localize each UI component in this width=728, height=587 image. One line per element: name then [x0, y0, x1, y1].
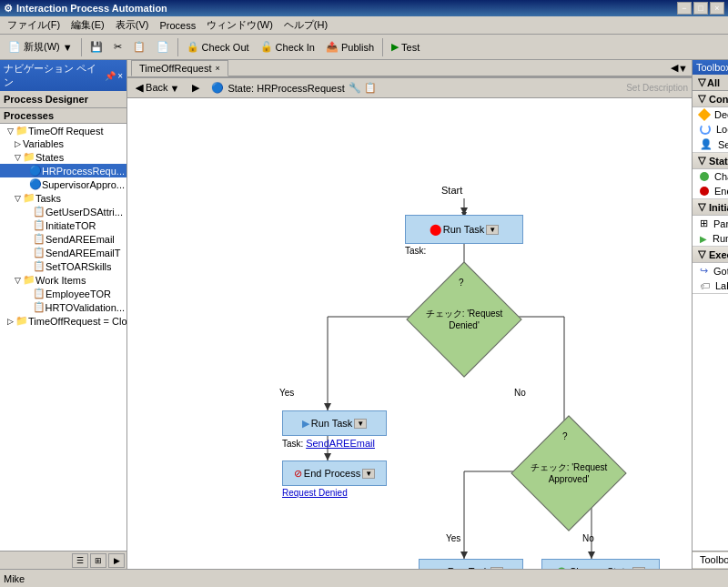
checkout-button[interactable]: 🔒 Check Out [182, 37, 254, 57]
set-description-button[interactable]: Set Description [626, 83, 688, 93]
run-task-3-dropdown[interactable]: ▼ [490, 567, 503, 570]
toolbox-item-parallel-split[interactable]: ⊞ Parallel Split [693, 216, 728, 231]
save-button[interactable]: 💾 [86, 37, 107, 57]
decision-2-container[interactable]: チェック: 'RequestApproved' ? [505, 428, 632, 519]
canvas[interactable]: Start ⬤ Run Task ▼ Task: チェック: 'RequestD… [127, 98, 692, 569]
change-state-icon [700, 172, 709, 181]
toolbox-item-decision[interactable]: Decision [693, 107, 728, 122]
run-task-1-dropdown[interactable]: ▼ [486, 225, 499, 235]
change-state-1-label: Change State [569, 566, 630, 569]
toolbox-item-label[interactable]: 🏷 Label [693, 278, 728, 293]
minimize-button[interactable]: − [677, 2, 692, 15]
toolbox-all-section[interactable]: ▽ All [693, 75, 728, 91]
forward-button[interactable]: ▶ [187, 80, 204, 96]
designer-toolbar: ◀ ◀ Back ▼ ▶ 🔵 State: HRProcessRequest 🔧… [127, 78, 692, 98]
paste-button[interactable]: 📄 [152, 37, 174, 57]
tree-item-settoar[interactable]: 📋 SetTOARSkills [0, 259, 126, 273]
toolbox-tab-toolbox[interactable]: Toolbox [693, 552, 728, 568]
copy-button[interactable]: 📋 [128, 37, 150, 57]
toolbox-item-change-state[interactable]: Change State [693, 169, 728, 184]
tab-timeoffrequest[interactable]: TimeOffRequest × [131, 60, 228, 76]
toolbox-conditionals-header[interactable]: ▽ Conditionals [693, 91, 728, 107]
main-toolbar: 📄 新規(W) ▼ 💾 ✂ 📋 📄 🔒 Check Out 🔓 Check In… [0, 35, 728, 60]
tree-item-employeetor[interactable]: 📋 EmployeeTOR [0, 287, 126, 300]
tab-scroll-left[interactable]: ◀ [671, 62, 678, 74]
toolbox-footer: Toolbox Variables [693, 551, 728, 569]
back-dropdown[interactable]: ▼ [170, 83, 180, 94]
toolbox-item-end-process[interactable]: End Process [693, 184, 728, 198]
state-termination-title: State Termination [709, 156, 728, 167]
menu-process[interactable]: Process [154, 18, 201, 33]
menu-view[interactable]: 表示(V) [110, 16, 155, 34]
close-button[interactable]: × [710, 2, 724, 15]
process-tree: ▽ 📁 TimeOff Request ▷ Variables ▽ 📁 Stat… [0, 124, 126, 551]
menu-help[interactable]: ヘルプ(H) [278, 16, 333, 34]
svg-marker-17 [460, 552, 468, 559]
run-task-1-header: ⬤ Run Task ▼ [430, 223, 500, 236]
tab-close-button[interactable]: × [215, 64, 219, 73]
tree-item-initiatetor[interactable]: 📋 InitiateTOR [0, 218, 126, 232]
change-state-node-1[interactable]: ⬤ Change State ▼ [541, 559, 660, 569]
run-task-node-2[interactable]: ▶ Run Task ▼ [282, 410, 387, 436]
start-label: Start [441, 185, 462, 196]
checkin-icon: 🔓 [260, 41, 273, 53]
conditionals-title: Conditionals [709, 94, 728, 105]
menu-edit[interactable]: 編集(E) [66, 16, 110, 34]
toolbox-state-termination-header[interactable]: ▽ State Termination [693, 153, 728, 169]
menu-window[interactable]: ウィンドウ(W) [201, 16, 278, 34]
tree-item-hrprocess[interactable]: 🔵 HRProcessRequ... [0, 164, 126, 177]
tree-item-hrtovalidation[interactable]: 📋 HRTOValidation... [0, 300, 126, 314]
nav-footer-btn-1[interactable]: ☰ [72, 553, 88, 568]
svg-marker-15 [324, 453, 331, 460]
nav-footer-btn-2[interactable]: ⊞ [90, 553, 106, 568]
tree-item-states[interactable]: ▽ 📁 States [0, 150, 126, 164]
tab-spacer [228, 60, 667, 76]
new-button[interactable]: 📄 新規(W) ▼ [4, 37, 77, 57]
tree-item-timeoff-clone[interactable]: ▷ 📁 TimeOffRequest = Clon... [0, 314, 126, 328]
run-task-2-dropdown[interactable]: ▼ [354, 419, 367, 429]
nav-footer-btn-3[interactable]: ▶ [108, 553, 125, 568]
send-are-email-link-1[interactable]: SendAREEmail [306, 438, 375, 449]
back-label: ◀ Back [136, 82, 168, 94]
toolbox-item-loop[interactable]: Loop [693, 122, 728, 137]
tree-item-timeoff-request[interactable]: ▽ 📁 TimeOff Request [0, 124, 126, 137]
tab-dropdown-icon[interactable]: ▼ [678, 63, 688, 74]
nav-pin-icon[interactable]: 📌 [105, 71, 116, 81]
end-process-1-label: End Process [304, 468, 360, 479]
tree-item-sendareemail[interactable]: 📋 SendAREEmail [0, 232, 126, 246]
back-button[interactable]: ◀ ◀ Back ▼ [131, 80, 184, 96]
toolbox-all-label: All [707, 77, 720, 88]
menu-bar: ファイル(F) 編集(E) 表示(V) Process ウィンドウ(W) ヘルプ… [0, 16, 728, 35]
tree-item-getuser[interactable]: 📋 GetUserDSAttri... [0, 205, 126, 218]
tree-item-variables[interactable]: ▷ Variables [0, 137, 126, 150]
parallel-split-label: Parallel Split [713, 218, 728, 229]
navigation-pane: ナビゲーション ペイン 📌 × Process Designer Process… [0, 60, 127, 569]
tree-item-sendareemail2[interactable]: 📋 SendAREEmailT [0, 246, 126, 259]
tree-item-tasks[interactable]: ▽ 📁 Tasks [0, 191, 126, 205]
svg-marker-14 [324, 403, 331, 410]
run-task-node-3[interactable]: ▶ Run Task ▼ [419, 559, 523, 569]
decision-1-container[interactable]: チェック: 'RequestDenied' ? [400, 276, 528, 362]
toolbox-initiation-header[interactable]: ▽ Initiation [693, 199, 728, 216]
menu-file[interactable]: ファイル(F) [2, 16, 66, 34]
end-process-1-dropdown[interactable]: ▼ [362, 469, 375, 479]
processes-header: Processes [0, 108, 126, 124]
toolbox-item-goto[interactable]: ↪ Goto [693, 263, 728, 278]
change-state-1-dropdown[interactable]: ▼ [632, 567, 645, 570]
test-button[interactable]: ▶ Test [387, 37, 424, 57]
tree-item-workitems[interactable]: ▽ 📁 Work Items [0, 273, 126, 287]
tree-item-supervisor-appro[interactable]: 🔵 SupervisorAppro... [0, 177, 126, 191]
cut-button[interactable]: ✂ [109, 37, 126, 57]
run-task-label: Run Task [713, 233, 728, 244]
checkin-button[interactable]: 🔓 Check In [256, 37, 319, 57]
end-process-node-1[interactable]: ⊘ End Process ▼ [282, 460, 387, 486]
request-denied-label[interactable]: Request Denied [282, 488, 348, 498]
toolbox-item-run-task[interactable]: ▶ Run Task [693, 231, 728, 246]
toolbox-item-select[interactable]: 👤 Select [693, 137, 728, 152]
toolbox-execution-header[interactable]: ▽ Execution [693, 247, 728, 263]
maximize-button[interactable]: □ [693, 2, 708, 15]
end-process-label: End Process [714, 186, 728, 197]
run-task-node-1[interactable]: ⬤ Run Task ▼ [405, 215, 523, 244]
nav-close-icon[interactable]: × [117, 71, 123, 81]
publish-button[interactable]: 📤 Publish [321, 37, 379, 57]
